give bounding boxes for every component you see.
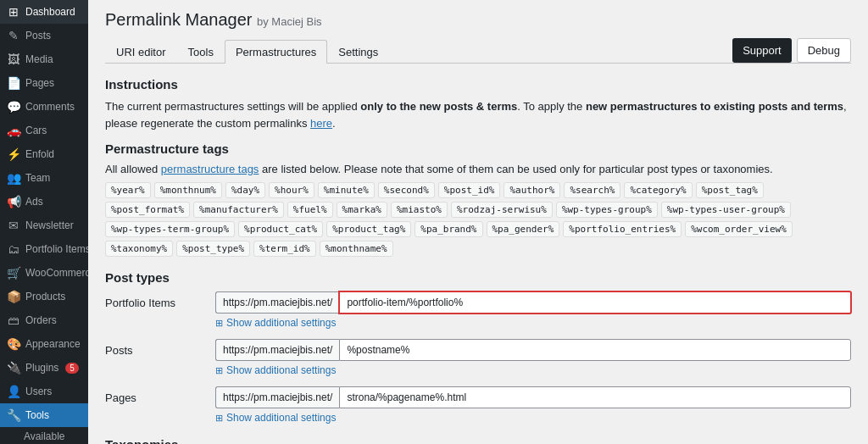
appearance-icon: 🎨	[7, 337, 20, 351]
sidebar: ⊞Dashboard✎Posts🖼Media📄Pages💬Comments🚗Ca…	[0, 0, 88, 444]
sidebar-label-posts: Posts	[25, 30, 51, 42]
sidebar-item-appearance[interactable]: 🎨Appearance	[0, 332, 88, 356]
instructions-title: Instructions	[105, 77, 851, 92]
field-input-posts[interactable]	[339, 339, 851, 361]
post-types-section: Post types Portfolio Itemshttps://pm.mac…	[105, 270, 851, 424]
tag-post_tag: %post_tag%	[696, 182, 764, 198]
tag-product_tag: %product_tag%	[326, 221, 411, 237]
page-author: by Maciej Bis	[257, 15, 322, 28]
field-url-prefix-portfolio-items: https://pm.maciejbis.net/	[215, 291, 339, 314]
badge-plugins: 5	[65, 363, 79, 374]
tag-post_type: %post_type%	[176, 241, 250, 257]
field-row-portfolio-items: Portfolio Itemshttps://pm.maciejbis.net/	[105, 291, 851, 314]
field-url-prefix-posts: https://pm.maciejbis.net/	[215, 339, 339, 361]
posts-icon: ✎	[7, 29, 20, 42]
tag-miasto: %miasto%	[391, 202, 448, 218]
field-url-prefix-pages: https://pm.maciejbis.net/	[215, 386, 339, 408]
field-input-pages[interactable]	[339, 386, 851, 408]
page-title: Permalink Manager by Maciej Bis	[105, 10, 851, 30]
page-title-text: Permalink Manager	[105, 10, 252, 29]
tag-portfolio_entries: %portfolio_entries%	[563, 221, 682, 237]
show-additional-label-pages: Show additional settings	[226, 412, 336, 424]
comments-icon: 💬	[7, 100, 20, 114]
sidebar-item-team[interactable]: 👥Team	[0, 166, 88, 190]
tab-tools[interactable]: Tools	[177, 40, 225, 64]
sidebar-label-users: Users	[25, 386, 52, 397]
sidebar-sub-available-tools[interactable]: Available Tools	[0, 427, 88, 444]
sidebar-item-dashboard[interactable]: ⊞Dashboard	[0, 0, 88, 24]
sidebar-label-media: Media	[25, 53, 53, 65]
sidebar-label-portfolio-items: Portfolio Items	[25, 243, 88, 255]
tag-term_id: %term_id%	[253, 241, 316, 257]
tag-category: %category%	[624, 182, 692, 198]
sidebar-label-plugins: Plugins	[25, 362, 58, 374]
sidebar-item-cars[interactable]: 🚗Cars	[0, 119, 88, 142]
tag-taxonomy: %taxonomy%	[105, 241, 173, 257]
field-input-portfolio-items[interactable]	[338, 291, 852, 314]
tag-fuel: %fuel%	[287, 202, 333, 218]
show-additional-label-portfolio-items: Show additional settings	[226, 317, 336, 329]
permastructure-tags-title: Permastructure tags	[105, 142, 851, 156]
sidebar-item-portfolio-items[interactable]: 🗂Portfolio Items	[0, 237, 88, 261]
post-types-fields: Portfolio Itemshttps://pm.maciejbis.net/…	[105, 291, 851, 424]
permastructure-tags-link[interactable]: permastructure tags	[161, 163, 259, 175]
tab-uri-editor[interactable]: URI editor	[105, 40, 177, 64]
sidebar-item-products[interactable]: 📦Products	[0, 285, 88, 308]
users-icon: 👤	[7, 385, 20, 398]
sidebar-item-posts[interactable]: ✎Posts	[0, 24, 88, 47]
sidebar-item-comments[interactable]: 💬Comments	[0, 95, 88, 119]
field-label-posts: Posts	[105, 344, 215, 357]
field-row-posts: Postshttps://pm.maciejbis.net/	[105, 339, 851, 361]
sidebar-item-media[interactable]: 🖼Media	[0, 47, 88, 71]
taxonomies-section: Taxonomies Portfolio Categorieshttps://p…	[105, 437, 851, 444]
newsletter-icon: ✉	[7, 219, 20, 232]
sidebar-label-comments: Comments	[25, 101, 75, 113]
dashboard-icon: ⊞	[7, 5, 20, 19]
sidebar-item-users[interactable]: 👤Users	[0, 380, 88, 403]
sidebar-label-woocommerce: WooCommerce	[25, 267, 88, 279]
show-additional-portfolio-items[interactable]: ⊞Show additional settings	[215, 317, 851, 329]
sidebar-label-tools: Tools	[25, 409, 49, 421]
sidebar-label-cars: Cars	[25, 125, 47, 136]
tag-year: %year%	[105, 182, 151, 198]
grid-icon-posts: ⊞	[215, 365, 223, 376]
tag-manufacturer: %manufacturer%	[193, 202, 284, 218]
support-button[interactable]: Support	[732, 38, 792, 63]
tab-settings[interactable]: Settings	[327, 40, 389, 64]
tag-wcom_order_view: %wcom_order_view%	[685, 221, 793, 237]
tag-rodzaj-serwisu: %rodzaj-serwisu%	[451, 202, 553, 218]
tab-permastructures[interactable]: Permastructures	[225, 40, 327, 64]
instructions-text: The current permastructures settings wil…	[105, 98, 851, 131]
regenerate-link[interactable]: here	[310, 117, 332, 130]
sidebar-item-tools[interactable]: 🔧Tools	[0, 403, 88, 427]
tag-marka: %marka%	[337, 202, 387, 218]
field-row-pages: Pageshttps://pm.maciejbis.net/	[105, 386, 851, 408]
tag-wp-types-term-group: %wp-types-term-group%	[105, 221, 235, 237]
sidebar-item-newsletter[interactable]: ✉Newsletter	[0, 214, 88, 237]
show-additional-label-posts: Show additional settings	[226, 364, 336, 376]
media-icon: 🖼	[7, 53, 20, 66]
tabs-right: Support Debug	[732, 38, 851, 63]
show-additional-pages[interactable]: ⊞Show additional settings	[215, 412, 851, 424]
enfold-icon: ⚡	[7, 147, 20, 161]
show-additional-posts[interactable]: ⊞Show additional settings	[215, 364, 851, 376]
sidebar-label-enfold: Enfold	[25, 148, 54, 160]
sidebar-item-plugins[interactable]: 🔌Plugins5	[0, 356, 88, 380]
debug-button[interactable]: Debug	[797, 38, 851, 63]
sidebar-label-orders: Orders	[25, 314, 57, 326]
tag-minute: %minute%	[318, 182, 375, 198]
sidebar-item-woocommerce[interactable]: 🛒WooCommerce	[0, 261, 88, 285]
taxonomies-title: Taxonomies	[105, 437, 851, 444]
sidebar-item-enfold[interactable]: ⚡Enfold	[0, 142, 88, 166]
tag-search: %search%	[564, 182, 620, 198]
tag-monthnum: %monthnum%	[154, 182, 222, 198]
tabs-bar: URI editorToolsPermastructuresSettings S…	[105, 38, 851, 64]
tag-wp-types-group: %wp-types-group%	[556, 202, 658, 218]
sidebar-item-orders[interactable]: 🗃Orders	[0, 308, 88, 332]
tag-hour: %hour%	[269, 182, 314, 198]
sidebar-label-products: Products	[25, 291, 65, 302]
sidebar-item-ads[interactable]: 📢Ads	[0, 190, 88, 214]
sidebar-label-newsletter: Newsletter	[25, 219, 74, 231]
tags-container: %year%%monthnum%%day%%hour%%minute%%seco…	[105, 182, 851, 257]
sidebar-item-pages[interactable]: 📄Pages	[0, 71, 88, 95]
